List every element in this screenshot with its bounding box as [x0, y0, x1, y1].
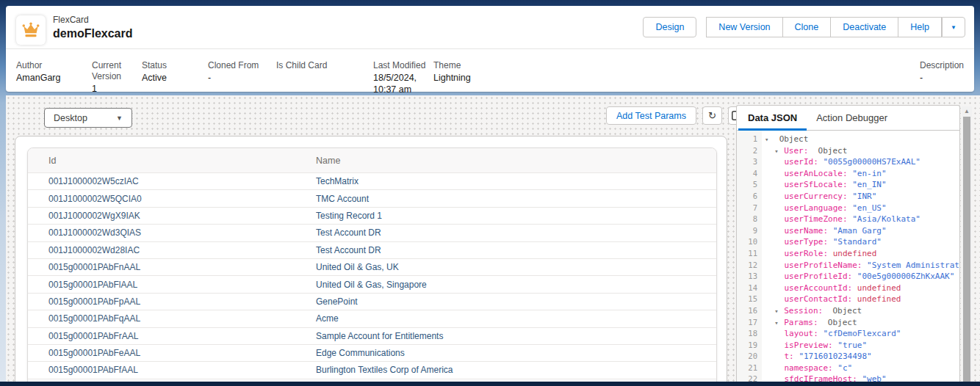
device-selector[interactable]: Desktop ▼: [44, 108, 132, 128]
table-row[interactable]: 0015g00001PAbFlAAL United Oil & Gas, Sin…: [28, 275, 716, 292]
json-value: undefined: [852, 283, 901, 293]
json-line: 2 ▾User: Object: [737, 145, 959, 157]
line-number: 3: [737, 156, 757, 167]
refresh-button[interactable]: ↻: [702, 106, 722, 125]
line-number: 2: [737, 145, 757, 156]
debugger-scrollbar[interactable]: ▲: [962, 106, 972, 383]
json-line: 17 ▾Params: Object: [737, 317, 959, 329]
add-test-params-button[interactable]: Add Test Params: [606, 106, 696, 125]
json-value: "Standard": [828, 237, 882, 247]
json-key: t:: [785, 352, 794, 361]
design-button[interactable]: Design: [643, 17, 696, 37]
line-number: 14: [737, 283, 757, 294]
line-number: 19: [737, 340, 757, 351]
cell-id: 001J1000002Wd28IAC: [28, 245, 316, 255]
scrollbar-thumb[interactable]: [963, 117, 970, 383]
detail-field-label: Cloned From: [208, 60, 276, 71]
json-line: 4 userAnLocale:"en-in": [737, 168, 959, 180]
header-divider: [6, 48, 974, 49]
table-row[interactable]: 001J1000002W5QCIA0 TMC Account: [28, 189, 716, 206]
collapse-caret-icon[interactable]: ▾: [774, 306, 784, 317]
line-number: 21: [737, 363, 757, 374]
more-actions-button[interactable]: ▼: [942, 17, 965, 37]
cell-name: TechMatrix: [316, 176, 716, 186]
json-line: 5 userSfLocale:"en_IN": [737, 179, 959, 191]
detail-field: Description -: [920, 60, 964, 95]
line-number: 17: [737, 317, 757, 328]
cell-name: Test Account DR: [316, 245, 716, 255]
json-line: 11 userRole:undefined: [737, 248, 959, 260]
cell-name: Edge Communications: [316, 348, 716, 358]
column-header-id[interactable]: Id: [28, 156, 316, 166]
chevron-down-icon: ▼: [951, 24, 956, 31]
header-action-button[interactable]: New Version: [706, 17, 782, 37]
line-number: 6: [737, 191, 757, 202]
bottom-edge-strip: [0, 382, 980, 386]
line-number: 8: [737, 214, 757, 225]
collapse-caret-icon[interactable]: ▾: [774, 146, 784, 157]
collapse-caret-icon[interactable]: ▾: [774, 318, 784, 329]
json-value: "cfDemoFlexcard": [818, 329, 901, 338]
table-row[interactable]: 0015g00001PAbFqAAL Acme: [28, 310, 716, 327]
json-line: 3 userId:"0055g00000HS7ExAAL": [737, 156, 959, 168]
json-key: User:: [784, 146, 808, 156]
json-line: 10 userType:"Standard": [737, 236, 959, 248]
scroll-up-icon[interactable]: ▲: [962, 108, 972, 114]
chevron-down-icon: ▼: [116, 114, 123, 122]
collapse-caret-icon[interactable]: ▾: [765, 134, 774, 145]
json-key: userType:: [785, 237, 829, 247]
header-action-button[interactable]: Deactivate: [830, 17, 898, 37]
json-key: isPreview:: [785, 341, 833, 350]
record-detail-fields: Author AmanGarg Current Version 1 Status…: [16, 60, 964, 95]
json-key: userTimeZone:: [785, 214, 848, 224]
header-action-button[interactable]: Clone: [782, 17, 832, 37]
json-value: "Aman Garg": [828, 226, 886, 236]
table-row[interactable]: 0015g00001PAbFnAAL United Oil & Gas, UK: [28, 258, 716, 275]
detail-field: Last Modified 18/5/2024, 10:37 am: [373, 60, 433, 95]
header-button-group: New VersionCloneDeactivateHelp: [707, 17, 942, 37]
json-line: 13 userProfileId:"00e5g000006ZhKxAAK": [737, 271, 959, 283]
json-key: userProfileId:: [785, 272, 853, 281]
table-row[interactable]: 001J1000002W5czIAC TechMatrix: [28, 172, 716, 189]
page-title: demoFlexcard: [53, 26, 132, 41]
table-row[interactable]: 0015g00001PAbFfAAL Burlington Textiles C…: [28, 361, 716, 378]
detail-field-label: Current Version: [92, 60, 142, 82]
cell-name: TMC Account: [316, 194, 716, 204]
json-key: userSfLocale:: [785, 180, 848, 189]
column-header-name[interactable]: Name: [316, 156, 716, 166]
detail-field: Author AmanGarg: [16, 60, 92, 95]
json-line: 20 t:"1716010234498": [737, 351, 959, 363]
table-row[interactable]: 0015g00001PAbFeAAL Edge Communications: [28, 344, 716, 361]
json-line: 16 ▾Session: Object: [737, 305, 959, 317]
detail-field: Cloned From -: [208, 60, 276, 95]
json-line: 9 userName:"Aman Garg": [737, 225, 959, 237]
json-value: "Asia/Kolkata": [848, 214, 920, 224]
json-line: 15 userContactId:undefined: [737, 294, 959, 305]
table-row[interactable]: 0015g00001PAbFpAAL GenePoint: [28, 293, 716, 310]
json-value: Object: [774, 134, 808, 144]
accounts-datatable: Id Name 001J1000002W5czIAC TechMatrix 00…: [27, 148, 717, 386]
json-key: Params:: [784, 318, 818, 327]
cell-name: Acme: [316, 313, 716, 324]
tab-action-debugger[interactable]: Action Debugger: [807, 106, 897, 130]
table-row[interactable]: 001J1000002Wd28IAC Test Account DR: [28, 241, 716, 258]
json-value: undefined: [852, 294, 901, 304]
line-number: 15: [737, 294, 757, 305]
table-row[interactable]: 0015g00001PAbFrAAL Sample Account for En…: [28, 327, 716, 344]
line-number: 18: [737, 328, 757, 339]
line-number: 9: [737, 225, 757, 236]
table-row[interactable]: 001J1000002WgX9IAK Testing Record 1: [28, 207, 716, 224]
detail-field-value: 18/5/2024, 10:37 am: [373, 72, 433, 95]
table-row[interactable]: 001J1000002Wd3QIAS Test Account DR: [28, 224, 716, 241]
json-line: 1▾Object: [737, 134, 959, 145]
cell-id: 001J1000002W5czIAC: [28, 176, 316, 186]
json-key: userCurrency:: [785, 192, 848, 201]
json-value: "0055g00000HS7ExAAL": [818, 157, 920, 167]
json-key: userAnLocale:: [785, 169, 848, 178]
header-action-button[interactable]: Help: [898, 17, 942, 37]
debugger-tabbar: Data JSON Action Debugger: [737, 106, 959, 131]
cell-name: Test Account DR: [316, 227, 716, 238]
debugger-panel: Data JSON Action Debugger 1▾Object 2 ▾Us…: [736, 105, 960, 383]
tab-data-json[interactable]: Data JSON: [738, 106, 807, 130]
line-number: 13: [737, 271, 757, 282]
